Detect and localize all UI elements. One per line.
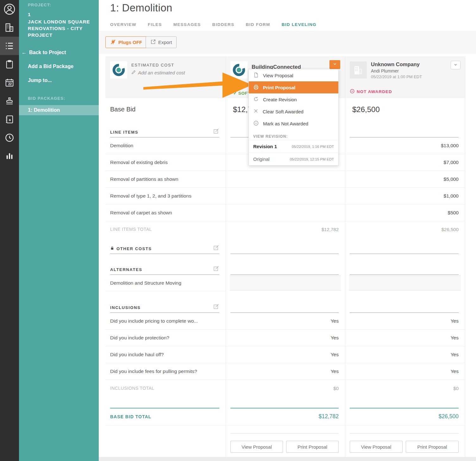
document-icon	[253, 72, 259, 79]
print-proposal-button[interactable]: Print Proposal	[406, 441, 459, 453]
bidder-actions-dropdown-button[interactable]	[451, 61, 460, 69]
lock-icon	[110, 246, 114, 251]
menu-item-clear-soft-awarded[interactable]: Clear Soft Awarded	[249, 105, 338, 117]
page-title: 1: Demolition	[110, 2, 172, 14]
menu-item-mark-not-awarded[interactable]: Mark as Not Awarded	[249, 117, 338, 129]
menu-item-original-revision[interactable]: Original 05/22/2019, 12:15 PM EDT	[249, 153, 338, 165]
project-label: PROJECT:	[28, 3, 94, 7]
bid-date: 05/22/2019 at 1:00 PM EDT	[371, 74, 422, 79]
estimated-cost-label: ESTIMATED COST	[131, 63, 185, 67]
base-bid-row: Base Bid	[105, 98, 226, 125]
edit-alternates-icon[interactable]	[213, 265, 219, 273]
profile-icon	[3, 3, 16, 16]
plugs-toggle-button[interactable]: Plugs OFF	[105, 36, 147, 48]
rail-profile-button[interactable]	[0, 0, 19, 18]
buildingconnected-logo	[110, 61, 127, 79]
svg-text:a: a	[9, 118, 11, 122]
alternate-row: Demolition and Structure Moving	[105, 275, 226, 291]
clipboard-icon	[4, 59, 15, 69]
rail-projects-button[interactable]	[0, 37, 19, 55]
list-icon	[4, 41, 15, 51]
inclusion-row: Did you include protection?	[105, 330, 226, 346]
inclusions-total-row: INCLUSIONS TOTAL	[105, 380, 226, 396]
circle-minus-icon	[350, 89, 355, 95]
view-proposal-button[interactable]: View Proposal	[230, 441, 283, 453]
bidder-actions-menu: View Proposal Print Proposal Create Revi…	[248, 69, 339, 166]
rail-calendar-button[interactable]: 22	[0, 73, 19, 92]
sidebar-item-demolition-package[interactable]: 1: Demolition	[19, 105, 99, 115]
plug-off-icon	[110, 39, 116, 46]
bidder-contact: Andi Plummer	[371, 68, 422, 73]
bid-packages-label: BID PACKAGES:	[28, 96, 94, 101]
rail-stamp-button[interactable]	[0, 92, 19, 110]
menu-item-view-proposal[interactable]: View Proposal	[249, 69, 338, 81]
refresh-icon	[253, 96, 259, 103]
empty-value-placeholder	[230, 275, 341, 291]
inclusion-row: Did you include pricing to complete wo..…	[105, 313, 226, 330]
toolbar: Plugs OFF Export	[99, 31, 476, 54]
add-bid-package-link[interactable]: Add a Bid Package	[28, 64, 94, 69]
inclusion-row: Did you include haul off?	[105, 346, 226, 363]
export-icon	[150, 39, 156, 46]
building-icon	[4, 22, 15, 33]
bidder-actions-dropdown-button[interactable]	[329, 60, 340, 69]
contacts-book-icon: a	[4, 114, 15, 124]
line-items-section-header: LINE ITEMS	[105, 125, 226, 137]
edit-line-items-icon[interactable]	[213, 128, 219, 136]
line-item-row: Removal of carpet as shown	[105, 205, 226, 221]
bottom-strip	[99, 457, 476, 461]
project-name: JACK LONDON SQUARE RENOVATIONS - CITY PR…	[28, 18, 94, 38]
rail-company-button[interactable]	[0, 18, 19, 37]
jump-to-link[interactable]: Jump to...	[28, 78, 94, 83]
estimated-cost-header: ESTIMATED COST Add an estimated cost	[105, 56, 226, 98]
chevron-down-icon	[333, 62, 337, 67]
print-proposal-button[interactable]: Print Proposal	[286, 441, 339, 453]
calendar-icon: 22	[4, 78, 15, 88]
inclusion-row: Did you include fees for pulling permits…	[105, 363, 226, 380]
x-icon	[253, 108, 259, 115]
menu-item-revision-1[interactable]: Revision 1 05/22/2019, 1:16 PM EDT	[249, 140, 338, 153]
project-number: 1	[28, 12, 94, 17]
unknown-base-bid-amount: $26,500	[352, 105, 380, 114]
buildingconnected-bidder-logo	[230, 61, 247, 79]
line-item-row: Removal of type 1, 2, and 3 partitions	[105, 188, 226, 205]
export-button[interactable]: Export	[146, 36, 177, 48]
edit-other-costs-icon[interactable]	[213, 244, 219, 252]
rail-clipboard-button[interactable]	[0, 55, 19, 73]
clock-icon	[4, 132, 15, 143]
inclusions-section-header: INCLUSIONS	[105, 301, 226, 313]
line-item-row: Demolition	[105, 137, 226, 154]
pencil-icon	[131, 70, 136, 75]
rail-history-button[interactable]	[0, 129, 19, 147]
app-icon-rail: 22 a	[0, 0, 19, 461]
menu-item-print-proposal[interactable]: Print Proposal	[249, 81, 338, 93]
back-to-project-link[interactable]: ← Back to Project	[28, 50, 94, 55]
bidder-name: Unknown Company	[371, 61, 422, 67]
not-awarded-badge: NOT AWARDED	[350, 89, 392, 95]
printer-icon	[253, 84, 259, 91]
main-content: 1: Demolition OVERVIEW FILES MESSAGES BI…	[99, 0, 476, 461]
rail-analytics-button[interactable]	[0, 147, 19, 165]
project-sidebar: PROJECT: 1 JACK LONDON SQUARE RENOVATION…	[19, 0, 99, 461]
view-revision-label: VIEW REVISION:	[249, 129, 338, 140]
circle-minus-icon	[253, 120, 259, 127]
unknown-company-header: Unknown Company Andi Plummer 05/22/2019 …	[345, 56, 465, 98]
empty-value-placeholder	[349, 275, 461, 291]
line-item-row: Removal of partitions as shown	[105, 171, 226, 188]
bar-chart-icon	[4, 151, 15, 161]
alternates-section-header: ALTERNATES	[105, 263, 226, 275]
base-bid-total-row: BASE BID TOTAL	[105, 408, 226, 426]
menu-item-create-revision[interactable]: Create Revision	[249, 93, 338, 105]
rail-contacts-button[interactable]: a	[0, 110, 19, 129]
other-costs-section-header: OTHER COSTS	[105, 243, 226, 254]
company-placeholder-icon	[350, 61, 367, 79]
chevron-down-icon	[454, 62, 458, 68]
svg-text:22: 22	[8, 82, 12, 86]
stamp-icon	[4, 96, 15, 106]
line-items-total-row: LINE ITEMS TOTAL	[105, 221, 226, 237]
back-arrow-icon: ←	[22, 50, 27, 55]
add-estimated-cost-link[interactable]: Add an estimated cost	[131, 70, 185, 75]
line-item-row: Removal of existing debris	[105, 154, 226, 171]
edit-inclusions-icon[interactable]	[213, 303, 219, 311]
view-proposal-button[interactable]: View Proposal	[350, 441, 403, 453]
